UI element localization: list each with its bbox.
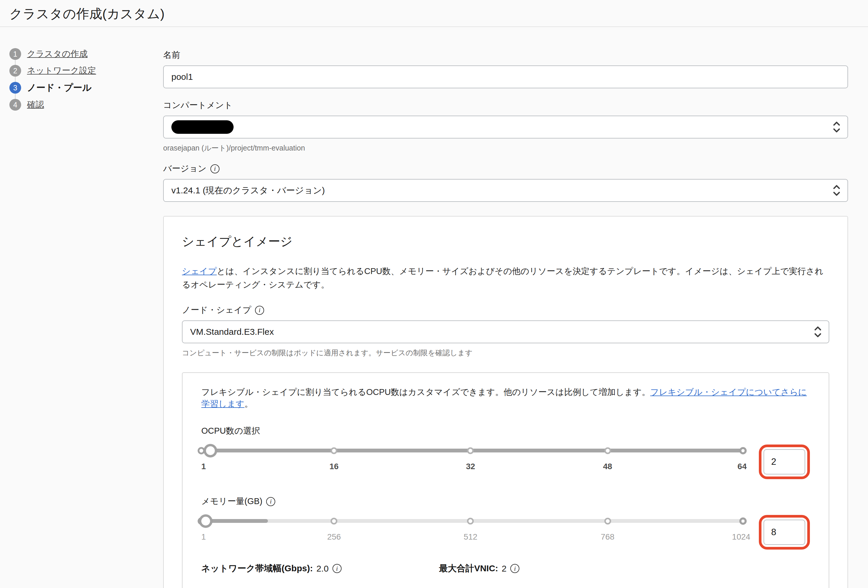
- ocpu-value-annotation-ring: [759, 445, 810, 479]
- ocpu-count-input[interactable]: [763, 449, 805, 474]
- ocpu-slider-tick: [604, 447, 611, 454]
- max-vnic-label: 最大合計VNIC:: [439, 563, 498, 575]
- shape-and-image-section: シェイプとイメージ シェイプとは、インスタンスに割り当てられるCPU数、メモリー…: [163, 216, 848, 588]
- name-label: 名前: [163, 49, 848, 61]
- tick-label: 512: [464, 532, 477, 542]
- ocpu-slider-track[interactable]: [201, 449, 743, 452]
- max-vnic-value: 2: [502, 564, 507, 574]
- stepper-step-node-pool: 3 ノード・プール: [9, 81, 150, 94]
- tick-label: 64: [737, 462, 747, 471]
- section-heading: シェイプとイメージ: [182, 233, 829, 250]
- network-bandwidth-value: 2.0: [316, 564, 329, 574]
- node-shape-label: ノード・シェイプ: [182, 304, 251, 316]
- tick-label: 256: [327, 532, 341, 542]
- page-title: クラスタの作成(カスタム): [9, 5, 868, 22]
- description-text: とは、インスタンスに割り当てられるCPU数、メモリー・サイズおよびその他のリソー…: [182, 266, 824, 289]
- node-shape-select[interactable]: VM.Standard.E3.Flex: [182, 321, 829, 343]
- stepper-step-confirm[interactable]: 4 確認: [9, 99, 150, 111]
- memory-value-annotation-ring: [759, 515, 810, 550]
- tick-label: 32: [466, 462, 475, 471]
- info-icon[interactable]: i: [255, 306, 264, 315]
- step-label[interactable]: ネットワーク設定: [27, 65, 96, 77]
- ocpu-tick-labels: 1 16 32 48 64: [201, 462, 743, 473]
- compartment-select[interactable]: [163, 115, 848, 139]
- chevron-updown-icon: [813, 325, 822, 338]
- step-label: ノード・プール: [27, 81, 92, 94]
- info-icon[interactable]: i: [332, 564, 342, 573]
- ocpu-slider-label: OCPU数の選択: [201, 425, 810, 437]
- ocpu-slider-tick: [331, 447, 338, 454]
- tick-label: 768: [601, 532, 614, 542]
- compartment-label: コンパートメント: [163, 99, 848, 111]
- wizard-stepper: 1 クラスタの作成 2 ネットワーク設定 3 ノード・プール 4 確認: [9, 48, 150, 115]
- step-number-badge: 4: [9, 99, 21, 111]
- memory-slider-handle[interactable]: [199, 514, 213, 528]
- memory-slider-tick: [331, 517, 338, 524]
- intro-suffix: 。: [244, 399, 253, 408]
- chevron-updown-icon: [832, 184, 841, 197]
- version-label: バージョン: [163, 163, 207, 174]
- memory-gb-input[interactable]: [763, 520, 805, 545]
- info-icon[interactable]: i: [210, 164, 220, 173]
- tick-label: 1: [201, 462, 206, 471]
- info-icon[interactable]: i: [510, 564, 520, 573]
- node-shape-hint: コンピュート・サービスの制限はポッドに適用されます。サービスの制限を確認します: [182, 348, 829, 358]
- tick-label: 1: [201, 532, 206, 542]
- info-icon[interactable]: i: [266, 497, 275, 506]
- version-selected-value: v1.24.1 (現在のクラスタ・バージョン): [171, 185, 325, 196]
- redacted-compartment-value: [171, 120, 233, 134]
- step-number-badge: 3: [9, 82, 21, 94]
- network-bandwidth-label: ネットワーク帯域幅(Gbps):: [201, 563, 313, 575]
- version-select[interactable]: v1.24.1 (現在のクラスタ・バージョン): [163, 179, 848, 202]
- step-number-badge: 2: [9, 65, 21, 77]
- node-shape-selected-value: VM.Standard.E3.Flex: [190, 327, 274, 337]
- flexible-shape-intro-text: フレキシブル・シェイプに割り当てられるOCPU数はカスタマイズできます。他のリソ…: [201, 387, 650, 397]
- memory-slider-tick: [604, 517, 611, 524]
- chevron-updown-icon: [832, 120, 841, 134]
- stepper-step-network[interactable]: 2 ネットワーク設定: [9, 65, 150, 77]
- step-label[interactable]: 確認: [27, 99, 44, 111]
- ocpu-slider-max-dot: [740, 447, 747, 454]
- flexible-shape-panel: フレキシブル・シェイプに割り当てられるOCPU数はカスタマイズできます。他のリソ…: [182, 372, 829, 588]
- memory-slider-max-dot: [740, 517, 747, 524]
- section-description: シェイプとは、インスタンスに割り当てられるCPU数、メモリー・サイズおよびその他…: [182, 264, 829, 291]
- tick-label: 1024: [732, 532, 750, 542]
- ocpu-slider-handle[interactable]: [204, 444, 217, 457]
- memory-slider-label: メモリー量(GB): [201, 496, 262, 507]
- step-label[interactable]: クラスタの作成: [27, 48, 87, 60]
- stepper-step-create-cluster[interactable]: 1 クラスタの作成: [9, 48, 150, 60]
- flexible-shape-intro: フレキシブル・シェイプに割り当てられるOCPU数はカスタマイズできます。他のリソ…: [201, 386, 810, 410]
- memory-slider-tick: [467, 517, 474, 524]
- tick-label: 16: [329, 462, 339, 471]
- memory-slider-track[interactable]: [201, 519, 743, 523]
- ocpu-slider-tick: [467, 447, 474, 454]
- name-input[interactable]: [163, 65, 848, 88]
- shape-link[interactable]: シェイプ: [182, 266, 217, 276]
- step-number-badge: 1: [9, 48, 21, 60]
- stepper-connector-line: [15, 54, 16, 103]
- page-header: クラスタの作成(カスタム): [0, 0, 868, 27]
- compartment-path-hint: orasejapan (ルート)/project/tmm-evaluation: [163, 143, 848, 153]
- tick-label: 48: [603, 462, 612, 471]
- memory-tick-labels: 1 256 512 768 1024: [201, 532, 743, 543]
